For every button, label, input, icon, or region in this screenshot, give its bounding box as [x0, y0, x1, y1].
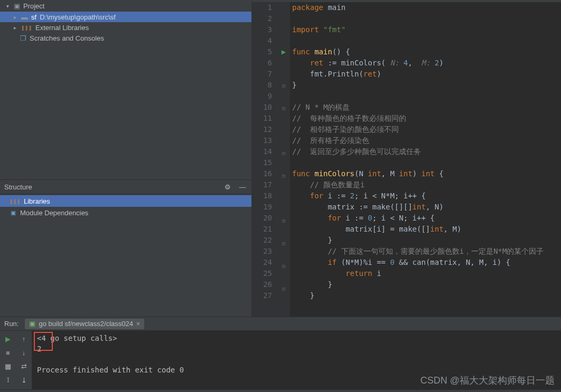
console-line: [37, 355, 556, 366]
chevron-right-icon[interactable]: ▸: [12, 14, 18, 20]
status-bar: [0, 389, 561, 392]
run-tab-label: go build sf/newclass2/class024: [39, 320, 133, 328]
watermark: CSDN @福大大架构师每日一题: [420, 374, 555, 387]
close-icon[interactable]: ×: [136, 320, 140, 328]
highlight-box: [34, 332, 53, 351]
structure-panel: Structure ⚙ — ⫿⫿⫿ Libraries ▣ Module Dep…: [0, 179, 251, 317]
minimize-icon[interactable]: —: [238, 182, 247, 192]
down-icon[interactable]: ↓: [19, 348, 29, 357]
stop-icon[interactable]: ■: [3, 348, 13, 357]
rerun-icon[interactable]: ▶: [3, 334, 13, 343]
layout-icon[interactable]: ▦: [3, 361, 13, 371]
library-icon: ⫿⫿⫿: [10, 197, 21, 205]
project-root-row[interactable]: ▾ ▣ Project: [0, 0, 251, 12]
module-icon: ▣: [10, 209, 17, 216]
pin-icon[interactable]: ⟟: [3, 375, 13, 385]
wrap-icon[interactable]: ⇄: [19, 361, 29, 371]
run-toolbar-right: ↑ ↓ ⇄ ⤓: [16, 331, 32, 389]
tree-row-external-libs[interactable]: ▸ ⫿⫿⫿ External Libraries: [0, 22, 251, 33]
project-tree: ▾ ▣ Project ▸ ▬ sf D:\mysetup\gopath\src…: [0, 0, 251, 179]
tree-row-sf[interactable]: ▸ ▬ sf D:\mysetup\gopath\src\sf: [0, 12, 251, 22]
gear-icon[interactable]: ⚙: [223, 182, 232, 192]
tree-item-path: D:\mysetup\gopath\src\sf: [40, 13, 116, 21]
console-line: <4 go setup calls>: [37, 334, 556, 345]
tree-item-name: sf: [31, 13, 36, 21]
scratches-icon: ❐: [20, 34, 26, 42]
project-label: Project: [23, 2, 44, 10]
export-icon[interactable]: ⤓: [19, 375, 29, 385]
line-number-gutter: 1234567891011121314151617181920212223242…: [252, 2, 277, 317]
tree-item-name: Scratches and Consoles: [30, 34, 104, 42]
run-config-tab[interactable]: ▣ go build sf/newclass2/class024 ×: [25, 319, 144, 329]
structure-title: Structure: [4, 183, 32, 191]
chevron-right-icon[interactable]: ▸: [12, 25, 18, 31]
project-icon: ▣: [14, 2, 20, 10]
run-toolbar-left: ▶ ■ ▦ ⟟: [0, 331, 16, 389]
structure-item-label: Libraries: [24, 197, 50, 205]
console-line: 2: [37, 345, 556, 355]
fold-gutter[interactable]: ▶ ⊟ ⊟ ⊟ ⊟ ⊟ ⊟ ⊟ ⊟: [277, 2, 290, 317]
structure-item-label: Module Dependencies: [20, 209, 88, 217]
folder-icon: ▬: [21, 13, 28, 21]
up-icon[interactable]: ↑: [19, 334, 29, 343]
code-editor[interactable]: 1234567891011121314151617181920212223242…: [252, 2, 561, 317]
tree-row-scratches[interactable]: ❐ Scratches and Consoles: [0, 33, 251, 43]
structure-item-libraries[interactable]: ⫿⫿⫿ Libraries: [0, 195, 251, 207]
tree-item-name: External Libraries: [35, 24, 89, 32]
go-build-icon: ▣: [29, 320, 35, 328]
code-area[interactable]: package main import "fmt" func main() { …: [290, 2, 561, 317]
chevron-down-icon[interactable]: ▾: [4, 3, 11, 9]
structure-item-module-deps[interactable]: ▣ Module Dependencies: [0, 207, 251, 218]
library-icon: ⫿⫿⫿: [21, 24, 32, 32]
run-label: Run:: [4, 320, 18, 328]
